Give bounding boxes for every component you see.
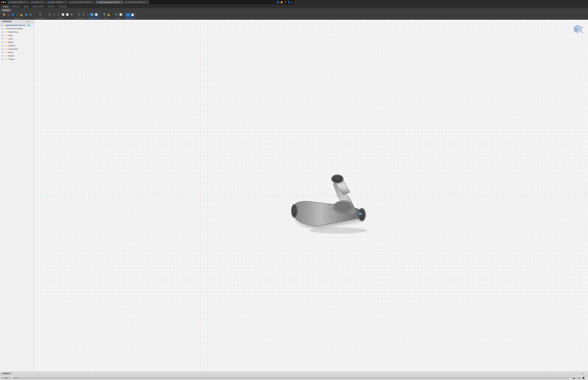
browser-settings-icon[interactable]: ⚙ xyxy=(29,20,30,22)
create-thread-btn[interactable]: 🔷 xyxy=(24,13,28,16)
ribbon-tab-plastic[interactable]: PLASTIC xyxy=(46,5,57,8)
help-icon[interactable]: ❓ xyxy=(284,1,286,3)
tab-close-icon[interactable]: ✕ xyxy=(27,1,28,3)
notification-icon[interactable]: 🔔 xyxy=(280,1,283,3)
origin-label: Origin xyxy=(8,35,13,37)
create-revolve-btn[interactable]: ◻ xyxy=(6,13,11,16)
root-folder-icon: 📁 xyxy=(3,24,5,26)
modify-draft-btn[interactable]: ⬜ xyxy=(61,13,65,16)
browser-item-document-settings[interactable]: ▶ 👁 ⚙ Document Settings xyxy=(0,27,34,30)
browser-item-sketches[interactable]: ▶ 👁 📁 Sketches xyxy=(0,44,34,47)
tab-dowel-v1[interactable]: ▣DOWEL v1✕ xyxy=(30,0,46,4)
construct-label[interactable]: CONSTRUCT ▾ xyxy=(89,18,99,19)
modify-move-btn[interactable]: ✥ xyxy=(70,13,74,16)
eye-icon: 👁 xyxy=(4,28,6,29)
browser-item-bodies[interactable]: ▶ 👁 📁 Bodies xyxy=(0,40,34,44)
origin-vis: 👁 📁 xyxy=(4,35,8,36)
assemble-group: 🔧 ⚙ ASSEMBLE xyxy=(76,13,87,19)
create-sweep-btn[interactable]: 🔵 xyxy=(11,13,15,16)
tab-close-icon[interactable]: ✕ xyxy=(147,1,148,3)
create-rib-btn[interactable]: 📐 xyxy=(20,13,24,16)
tab-icon: ▣ xyxy=(70,1,72,3)
ribbon-tab-solid[interactable]: SOLID xyxy=(1,5,10,8)
eye-icon: 👁 xyxy=(4,41,6,43)
ribbon-tab-sheet metal[interactable]: SHEET METAL xyxy=(31,5,46,8)
insert-label[interactable]: INSERT xyxy=(115,18,121,19)
eye-icon: 👁 xyxy=(4,38,6,40)
browser-item-node1[interactable]: ▶ 👁 📁 Node:1 xyxy=(0,51,34,54)
tab-light-component-final-v12[interactable]: ▣Light Component Final v12✕ xyxy=(95,0,123,4)
tab-voronoi-lampv4-v11[interactable]: ▣VORONOI LAMPv4 v11✕ xyxy=(124,0,149,4)
modify-press-btn[interactable]: ◈ xyxy=(48,13,52,16)
browser-collapse-icon[interactable]: « xyxy=(1,20,2,22)
browser-root-item[interactable]: ▼ 📁 Light Component Final v12 ⚙ xyxy=(0,23,34,27)
ribbon-tab-surface[interactable]: SURFACE xyxy=(10,5,22,8)
inspect-interference-btn[interactable]: 📐 xyxy=(107,13,111,16)
automate-btn[interactable]: ⚙ xyxy=(38,13,42,16)
automate-label[interactable]: AUTOMATE xyxy=(36,18,44,19)
sketches-vis: 👁 📁 xyxy=(4,45,8,46)
design-dropdown-button[interactable]: DESIGN xyxy=(1,9,11,12)
minimize-button[interactable] xyxy=(3,1,4,3)
assemble-label[interactable]: ASSEMBLE xyxy=(77,18,85,19)
tab-large-dowel-v2[interactable]: ▣LARGE DOWEL v2✕ xyxy=(7,0,30,4)
select-buttons: ↖ ⬜ xyxy=(126,13,134,17)
ribbon-tabs: SOLIDSURFACEMESHSHEET METALPLASTICUTILIT… xyxy=(1,5,68,8)
root-status-icon xyxy=(28,24,29,26)
create-loft-btn[interactable]: ⬡ xyxy=(15,13,19,16)
tab-label: Light Component Final v12 xyxy=(99,1,119,3)
modify-group: ◈ ⬡ ◻ ⬜ ⬜ ✥ MODIFY xyxy=(46,13,75,19)
node1-label: Node:1 xyxy=(8,52,14,53)
inspect-label[interactable]: INSPECT xyxy=(103,18,111,19)
tab-close-icon[interactable]: ✕ xyxy=(92,1,94,3)
select-label[interactable]: SELECT ▾ xyxy=(127,18,134,19)
create-extrude-btn[interactable]: 📦 xyxy=(2,13,6,16)
insert-decal-btn[interactable]: ⬜ xyxy=(119,13,123,16)
inspect-measure-btn[interactable]: 🔍 xyxy=(103,13,107,16)
settings-icon[interactable]: ⚙ xyxy=(291,1,293,3)
tab-icon: ▣ xyxy=(9,1,10,3)
create-group: 📦 ◻ 🔵 ⬡ 📐 🔷 fx CREATE xyxy=(1,13,34,19)
browser-item-construction[interactable]: ▶ 👁 📁 Construction xyxy=(0,47,34,51)
folder-icon: 📁 xyxy=(6,31,8,33)
browser-item-origin[interactable]: ▶ 👁 📁 Origin xyxy=(0,34,34,37)
viewport[interactable]: Z X top FRONT RIGHT xyxy=(34,20,294,190)
assemble-component-btn[interactable]: ⚙ xyxy=(81,13,86,16)
assemble-joint-btn[interactable]: 🔧 xyxy=(77,13,81,16)
joints-arrow: ▶ xyxy=(2,38,4,40)
browser-item-dowel1[interactable]: ▶ 👁 📁 Dowel:1 xyxy=(0,54,34,57)
ribbon-tab-mesh[interactable]: MESH xyxy=(22,5,30,8)
browser-item-joints[interactable]: ▶ 👁 📁 Joints xyxy=(0,37,34,40)
3d-model-svg xyxy=(285,168,294,190)
add-tab-button[interactable]: + xyxy=(273,1,275,3)
tab-small-dowel-v1[interactable]: ▣SMALL DOWEL v1✕ xyxy=(46,0,68,4)
modify-fillet-btn[interactable]: ⬡ xyxy=(52,13,56,16)
account-icon[interactable]: 👤 xyxy=(287,1,290,3)
eye-icon: 👁 xyxy=(4,58,6,60)
select-btn[interactable]: ↖ xyxy=(126,13,130,17)
tab-close-icon[interactable]: ✕ xyxy=(43,1,45,3)
browser-item-tshirt1[interactable]: ▶ 👁 📁 T-Shirt:1 xyxy=(0,57,34,61)
select-filter-btn[interactable]: ⬜ xyxy=(131,13,134,16)
construct-axis-btn[interactable]: ⬜ xyxy=(94,13,98,16)
title-bar: ▣LARGE DOWEL v2✕▣DOWEL v1✕▣SMALL DOWEL v… xyxy=(0,0,294,4)
browser-close-icon[interactable]: ⬜ xyxy=(31,20,33,22)
construct-plane-btn[interactable]: 📏 xyxy=(90,13,94,16)
create-label[interactable]: CREATE xyxy=(14,18,20,19)
tab-close-icon[interactable]: ✕ xyxy=(65,1,67,3)
tab-close-icon[interactable]: ✕ xyxy=(121,1,122,3)
construct-group: 📏 ⬜ CONSTRUCT ▾ xyxy=(87,13,101,19)
globe-icon[interactable]: 🌐 xyxy=(277,1,279,3)
modify-shell-btn[interactable]: ◻ xyxy=(57,13,60,16)
create-fx-btn[interactable]: fx xyxy=(29,13,33,16)
modify-scale-btn[interactable]: ⬜ xyxy=(65,13,69,16)
maximize-button[interactable] xyxy=(5,1,6,3)
browser-search-icon[interactable]: 🔍 xyxy=(26,20,28,22)
modify-label[interactable]: MODIFY xyxy=(57,18,64,19)
tab-voronoi-t-shirt-2.5mm-v6[interactable]: ▣Voronoi T-Shirt 2.5MM v6✕ xyxy=(69,0,95,4)
close-button[interactable] xyxy=(1,1,2,3)
insert-svg-btn[interactable]: 📷 xyxy=(114,13,118,16)
folder-icon: 📁 xyxy=(6,41,8,43)
browser-item-named-views[interactable]: ▶ 👁 📁 Named Views xyxy=(0,30,34,34)
ribbon-tab-utilities[interactable]: UTILITIES xyxy=(57,5,68,8)
